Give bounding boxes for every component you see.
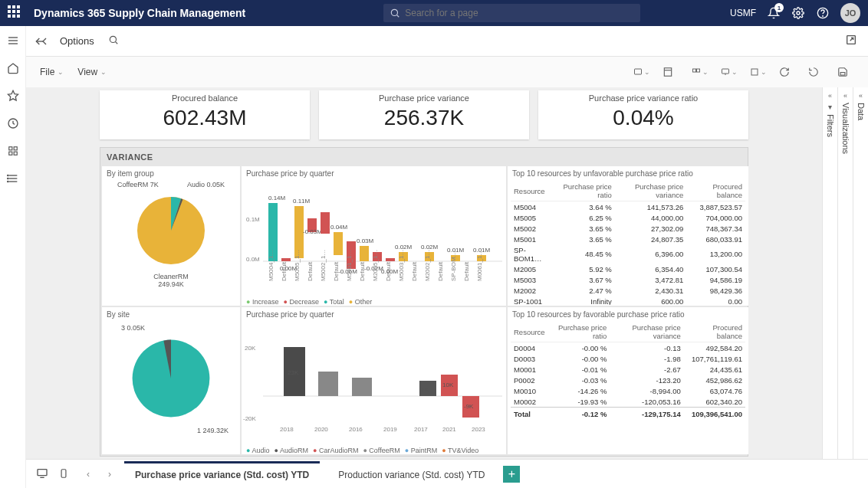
table-row[interactable]: M0002-19.93 %-120,053.16602,340.20: [511, 396, 745, 408]
kpi-value: 602.43M: [100, 106, 310, 130]
tab-next-icon[interactable]: ›: [103, 467, 117, 481]
svg-text:M0061_1…: M0061_1…: [476, 250, 483, 281]
recent-icon[interactable]: [6, 116, 20, 130]
app-launcher-icon[interactable]: [8, 5, 23, 21]
svg-text:0.0M: 0.0M: [246, 256, 260, 263]
svg-rect-51: [360, 246, 369, 261]
svg-text:0.04M: 0.04M: [330, 224, 348, 231]
svg-rect-89: [352, 378, 372, 396]
explore-data-icon[interactable]: ⌄: [633, 65, 650, 79]
svg-rect-55: [386, 258, 395, 261]
workspaces-icon[interactable]: [6, 144, 20, 158]
filters-pane-tab[interactable]: «▾Filters: [822, 87, 837, 459]
side-panes: «▾Filters «Visualizations «Data: [822, 87, 868, 459]
mobile-layout-icon[interactable]: [58, 467, 74, 481]
table-top-favorable[interactable]: Top 10 resources by favorable purchase p…: [508, 307, 748, 454]
svg-text:20K: 20K: [245, 345, 256, 352]
notification-badge: 1: [774, 3, 784, 12]
table-row[interactable]: P0002-0.03 %-123.20452,986.62: [511, 375, 745, 385]
svg-text:0.11M: 0.11M: [293, 198, 311, 205]
table-row[interactable]: D0004-0.00 %-0.13492,584.20: [511, 342, 745, 354]
table-row[interactable]: M50056.25 %44,000.00704,000.00: [511, 212, 745, 223]
reset-icon[interactable]: [808, 65, 825, 79]
svg-point-4: [823, 16, 824, 17]
view-mode-icon[interactable]: ⌄: [692, 65, 709, 79]
modules-icon[interactable]: [6, 172, 20, 185]
svg-text:-20K: -20K: [243, 415, 257, 422]
layout-icon[interactable]: ⌄: [750, 65, 767, 79]
table-row[interactable]: M50043.64 %141,573.263,887,523.57: [511, 201, 745, 213]
table-top-unfavorable[interactable]: Top 10 resources by unfavorable purchase…: [508, 166, 748, 306]
kpi-purchase-price-variance[interactable]: Purchase price variance 256.37K: [319, 90, 529, 139]
svg-rect-32: [751, 69, 758, 75]
svg-point-17: [7, 175, 8, 175]
settings-icon[interactable]: [791, 6, 805, 20]
svg-text:-0.03M: -0.03M: [303, 228, 322, 235]
page-search-icon[interactable]: [108, 34, 119, 47]
refresh-icon[interactable]: [779, 65, 796, 79]
table-row[interactable]: M50033.67 %3,472.8194,586.19: [511, 274, 745, 285]
star-icon[interactable]: [6, 89, 20, 103]
hamburger-icon[interactable]: [6, 34, 20, 47]
search-input[interactable]: [405, 8, 634, 18]
data-pane-tab[interactable]: «Data: [853, 87, 868, 459]
popout-icon[interactable]: [845, 34, 857, 48]
svg-text:Default: Default: [411, 261, 418, 281]
table-row[interactable]: M0001-0.01 %-2.6724,435.61: [511, 364, 745, 375]
report-tab[interactable]: Production variance (Std. cost) YTD: [327, 461, 495, 486]
svg-rect-10: [8, 147, 12, 150]
global-search[interactable]: [383, 4, 640, 22]
waterfall-chart-icon: 0.1M 0.0M 0.14M 0.00M 0.11M -0.03M 0.04M…: [242, 181, 506, 294]
kpi-ppv-ratio[interactable]: Purchase price variance ratio 0.04%: [538, 90, 748, 139]
svg-text:2020: 2020: [314, 426, 328, 433]
chart-by-site[interactable]: By site 3 0.05K 1 249.32K: [102, 307, 240, 454]
kpi-value: 0.04%: [538, 106, 748, 130]
kpi-value: 256.37K: [319, 106, 529, 130]
present-icon[interactable]: ⌄: [721, 65, 738, 79]
svg-line-1: [397, 15, 399, 17]
svg-text:M5004_1…: M5004_1…: [268, 250, 275, 281]
chart-by-item-group[interactable]: By item group CoffeeRM 7K Audio 0.05K Cl…: [102, 166, 240, 306]
kpi-title: Purchase price variance: [319, 93, 529, 103]
user-avatar[interactable]: JO: [840, 3, 860, 23]
home-icon[interactable]: [6, 61, 20, 75]
view-menu[interactable]: View⌄: [77, 67, 107, 77]
chart-ppq-waterfall[interactable]: Purchase price by quarter 0.1M 0.0M 0.14…: [242, 166, 506, 306]
table-row[interactable]: SP-BOM1…48.45 %6,396.0013,200.00: [511, 244, 745, 264]
add-page-button[interactable]: +: [503, 466, 520, 483]
report-canvas: Procured balance 602.43M Purchase price …: [26, 87, 822, 459]
back-button[interactable]: [34, 33, 51, 50]
kpi-procured-balance[interactable]: Procured balance 602.43M: [100, 90, 310, 139]
table-total-row: Total-0.12 %-129,175.14109,396,541.00: [511, 408, 745, 420]
save-icon[interactable]: [837, 65, 854, 79]
table-row[interactable]: M0010-14.26 %-8,994.0063,074.76: [511, 385, 745, 396]
svg-text:Default: Default: [281, 261, 288, 281]
powerbi-toolbar: File⌄ View⌄ ⌄ ⌄ ⌄ ⌄: [26, 57, 868, 87]
svg-text:Default: Default: [385, 261, 392, 281]
table-row[interactable]: SP-1001Infinity600.000.00: [511, 296, 745, 305]
notifications-icon[interactable]: 1: [767, 6, 781, 20]
help-icon[interactable]: [816, 6, 830, 20]
table-row[interactable]: M20055.92 %6,354.40107,300.54: [511, 264, 745, 274]
svg-text:-9K: -9K: [464, 403, 474, 410]
svg-point-22: [110, 36, 116, 42]
svg-text:Default: Default: [307, 261, 314, 281]
company-code[interactable]: USMF: [730, 8, 756, 18]
table-row[interactable]: D0003-0.00 %-1.98107,761,119.61: [511, 353, 745, 364]
svg-text:M5001_1…: M5001_1…: [346, 250, 353, 281]
svg-point-19: [7, 181, 8, 182]
svg-rect-26: [664, 68, 671, 77]
desktop-layout-icon[interactable]: [35, 467, 51, 481]
bookmark-icon[interactable]: [663, 65, 679, 79]
table-row[interactable]: M50023.65 %27,302.09748,367.34: [511, 223, 745, 234]
report-tab-active[interactable]: Purchase price variance (Std. cost) YTD: [124, 461, 320, 486]
svg-rect-13: [14, 152, 17, 155]
file-menu[interactable]: File⌄: [40, 67, 64, 77]
table-row[interactable]: M50013.65 %24,807.35680,033.91: [511, 234, 745, 244]
svg-text:SP-BOM…: SP-BOM…: [450, 251, 457, 281]
tab-prev-icon[interactable]: ‹: [81, 467, 95, 481]
table-row[interactable]: M20022.47 %2,430.3198,429.36: [511, 285, 745, 296]
visualizations-pane-tab[interactable]: «Visualizations: [837, 87, 853, 459]
options-tab[interactable]: Options: [60, 35, 94, 47]
chart-ppq-bars[interactable]: Purchase price by quarter 20K -20K 23K 7…: [242, 307, 506, 454]
